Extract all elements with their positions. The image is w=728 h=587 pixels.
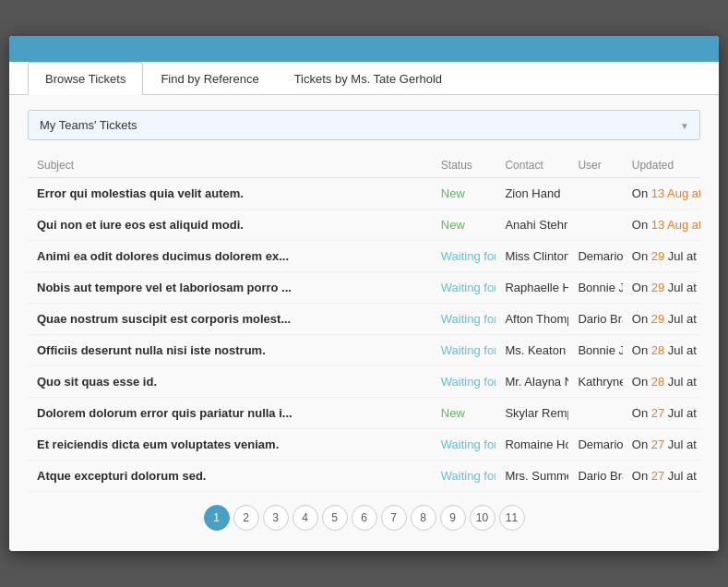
ticket-status: Waiting for Staf — [432, 304, 496, 335]
page-btn-7[interactable]: 7 — [381, 505, 407, 531]
ticket-contact: Ms. Keaton Hu — [495, 335, 568, 366]
tab-by-user[interactable]: Tickets by Ms. Tate Gerhold — [277, 62, 459, 95]
ticket-subject: Quo sit quas esse id. — [28, 366, 432, 398]
ticket-updated: On 29 Jul at 15 — [623, 241, 700, 272]
ticket-subject: Dolorem dolorum error quis pariatur null… — [28, 398, 432, 429]
page-btn-4[interactable]: 4 — [292, 505, 318, 531]
table-row[interactable]: Quo sit quas esse id.Waiting for StafMr.… — [28, 366, 700, 398]
table-body: Error qui molestias quia velit autem.New… — [28, 178, 700, 492]
ticket-updated: On 29 Jul at 11 — [623, 272, 700, 304]
col-header-subject: Subject — [28, 153, 432, 178]
ticket-updated: On 28 Jul at 13 — [623, 366, 700, 398]
ticket-subject: Officiis deserunt nulla nisi iste nostru… — [28, 335, 432, 366]
ticket-subject: Animi ea odit dolores ducimus dolorem ex… — [28, 241, 432, 272]
ticket-updated: On 27 Jul at 23 — [623, 398, 700, 429]
ticket-user: Kathryne Bernie — [568, 366, 622, 398]
ticket-updated: On 27 Jul at 21 — [623, 461, 700, 492]
ticket-contact: Zion Hand — [495, 178, 568, 210]
table-row[interactable]: Atque excepturi dolorum sed.Waiting for … — [28, 461, 700, 492]
ticket-user: Bonnie Jacobi — [568, 335, 622, 366]
page-btn-11[interactable]: 11 — [499, 505, 525, 531]
ticket-user: Dario Braun — [568, 461, 622, 492]
page-btn-5[interactable]: 5 — [322, 505, 348, 531]
modal-body: Browse TicketsFind by ReferenceTickets b… — [9, 62, 719, 551]
ticket-contact: Skylar Rempel — [495, 398, 568, 429]
ticket-status: Waiting for Staf — [432, 272, 496, 304]
table-row[interactable]: Officiis deserunt nulla nisi iste nostru… — [28, 335, 700, 366]
ticket-updated: On 13 Aug at 1 — [623, 178, 700, 210]
ticket-contact: Mr. Alayna Nier — [495, 366, 568, 398]
ticket-status: Waiting for Staf — [432, 366, 496, 398]
table-row[interactable]: Error qui molestias quia velit autem.New… — [28, 178, 700, 210]
ticket-subject: Nobis aut tempore vel et laboriosam porr… — [28, 272, 432, 304]
col-header-updated: Updated — [623, 153, 700, 178]
ticket-user: Bonnie Jacobi — [568, 272, 622, 304]
page-btn-2[interactable]: 2 — [233, 505, 259, 531]
page-btn-9[interactable]: 9 — [440, 505, 466, 531]
page-btn-3[interactable]: 3 — [263, 505, 289, 531]
ticket-status: Waiting for Staf — [432, 241, 496, 272]
table-row[interactable]: Et reiciendis dicta eum voluptates venia… — [28, 429, 700, 461]
tab-bar: Browse TicketsFind by ReferenceTickets b… — [9, 62, 719, 95]
ticket-user: Demario Stamn — [568, 429, 622, 461]
modal-header — [9, 36, 719, 62]
table-row[interactable]: Qui non et iure eos est aliquid modi.New… — [28, 210, 700, 241]
page-btn-8[interactable]: 8 — [411, 505, 436, 531]
col-header-status: Status — [432, 153, 496, 178]
ticket-status: New — [432, 178, 496, 210]
pagination: 1234567891011 — [28, 492, 700, 536]
ticket-status: Waiting for Staf — [432, 335, 496, 366]
ticket-subject: Et reiciendis dicta eum voluptates venia… — [28, 429, 432, 461]
ticket-subject: Atque excepturi dolorum sed. — [28, 461, 432, 492]
ticket-subject: Error qui molestias quia velit autem. — [28, 178, 432, 210]
modal-container: Browse TicketsFind by ReferenceTickets b… — [9, 36, 719, 551]
table-row[interactable]: Dolorem dolorum error quis pariatur null… — [28, 398, 700, 429]
col-header-user: User — [568, 153, 622, 178]
team-filter-select[interactable]: My Teams' TicketsAll TicketsOpen Tickets — [28, 110, 700, 140]
ticket-contact: Afton Thompso — [495, 304, 568, 335]
ticket-user — [568, 178, 622, 210]
ticket-contact: Raphaelle Hirth — [495, 272, 568, 304]
ticket-contact: Mrs. Summer B — [495, 461, 568, 492]
ticket-contact: Romaine Hoege — [495, 429, 568, 461]
ticket-status: Waiting for Staf — [432, 461, 496, 492]
ticket-status: Waiting for Staf — [432, 429, 496, 461]
page-btn-1[interactable]: 1 — [204, 505, 230, 531]
ticket-user — [568, 398, 622, 429]
ticket-updated: On 29 Jul at 05 — [623, 304, 700, 335]
ticket-contact: Anahi Stehr — [495, 210, 568, 241]
ticket-user: Dario Braun — [568, 304, 622, 335]
tab-reference[interactable]: Find by Reference — [143, 62, 276, 95]
ticket-user: Demario Stamn — [568, 241, 622, 272]
table-row[interactable]: Animi ea odit dolores ducimus dolorem ex… — [28, 241, 700, 272]
table-header-row: SubjectStatusContactUserUpdated — [28, 153, 700, 178]
table-header: SubjectStatusContactUserUpdated — [28, 153, 700, 178]
ticket-status: New — [432, 398, 496, 429]
ticket-subject: Quae nostrum suscipit est corporis moles… — [28, 304, 432, 335]
page-btn-6[interactable]: 6 — [352, 505, 377, 531]
ticket-status: New — [432, 210, 496, 241]
table-row[interactable]: Nobis aut tempore vel et laboriosam porr… — [28, 272, 700, 304]
ticket-contact: Miss Clinton Fri — [495, 241, 568, 272]
ticket-updated: On 28 Jul at 16 — [623, 335, 700, 366]
ticket-updated: On 27 Jul at 23 — [623, 429, 700, 461]
page-btn-10[interactable]: 10 — [470, 505, 495, 531]
team-filter-wrapper: My Teams' TicketsAll TicketsOpen Tickets — [28, 110, 700, 140]
ticket-updated: On 13 Aug at 1 — [623, 210, 700, 241]
col-header-contact: Contact — [495, 153, 568, 178]
tickets-table: SubjectStatusContactUserUpdated Error qu… — [28, 153, 700, 492]
table-row[interactable]: Quae nostrum suscipit est corporis moles… — [28, 304, 700, 335]
ticket-user — [568, 210, 622, 241]
tab-browse[interactable]: Browse Tickets — [28, 62, 143, 95]
ticket-subject: Qui non et iure eos est aliquid modi. — [28, 210, 432, 241]
